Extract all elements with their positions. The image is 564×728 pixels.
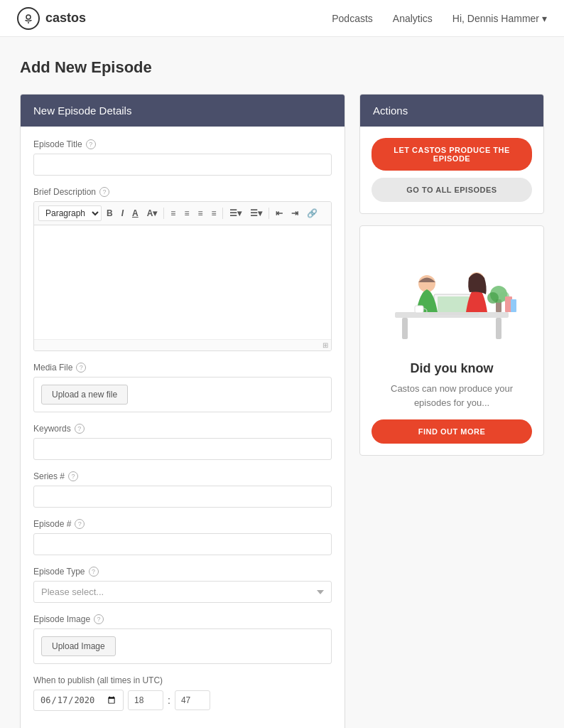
upload-image-area: Upload Image	[33, 628, 332, 664]
svg-rect-14	[415, 306, 423, 313]
episode-image-label: Episode Image ?	[33, 614, 332, 624]
actions-body: LET CASTOS PRODUCE THE EPISODE GO TO ALL…	[360, 127, 543, 213]
unordered-list-btn[interactable]: ☰▾	[226, 206, 245, 220]
episode-type-label: Episode Type ?	[33, 567, 332, 577]
episode-image-help-icon[interactable]: ?	[94, 614, 104, 624]
toolbar-sep-2	[222, 208, 223, 219]
justify-btn[interactable]: ≡	[207, 206, 219, 220]
keywords-help-icon[interactable]: ?	[75, 424, 85, 434]
keywords-group: Keywords ?	[33, 424, 332, 460]
toolbar-sep-3	[269, 208, 269, 219]
brief-description-label: Brief Description ?	[33, 187, 332, 197]
brief-description-help-icon[interactable]: ?	[99, 187, 109, 197]
brand-name: castos	[45, 11, 86, 26]
svg-rect-3	[402, 318, 408, 339]
navbar: castos Podcasts Analytics Hi, Dennis Ham…	[0, 0, 564, 37]
upload-new-file-btn[interactable]: Upload a new file	[41, 385, 128, 405]
user-menu[interactable]: Hi, Dennis Hammer ▾	[452, 13, 547, 24]
episode-number-label: Episode # ?	[33, 519, 332, 529]
episode-number-help-icon[interactable]: ?	[75, 519, 85, 529]
datetime-group: :	[33, 690, 332, 711]
series-group: Series # ?	[33, 471, 332, 508]
bold-btn[interactable]: B	[103, 206, 116, 220]
hour-input[interactable]	[128, 690, 163, 710]
resize-icon: ⊞	[322, 341, 328, 349]
paragraph-select[interactable]: Paragraph	[38, 205, 102, 221]
episode-title-label: Episode Title ?	[33, 139, 332, 149]
editor-content[interactable]	[34, 225, 331, 339]
svg-point-0	[26, 15, 31, 19]
episode-type-group: Episode Type ? Please select...	[33, 567, 332, 603]
rich-text-editor: Paragraph B I A A▾ ≡ ≡ ≡ ≡ ☰▾	[33, 201, 332, 351]
episode-title-group: Episode Title ?	[33, 139, 332, 176]
ordered-list-btn[interactable]: ☰▾	[246, 206, 266, 220]
episode-image-group: Episode Image ? Upload Image	[33, 614, 332, 664]
media-file-help-icon[interactable]: ?	[76, 363, 86, 373]
castos-produce-btn[interactable]: LET CASTOS PRODUCE THE EPISODE	[372, 138, 532, 171]
illustration	[372, 237, 532, 351]
svg-rect-4	[496, 318, 501, 339]
chevron-down-icon: ▾	[542, 13, 547, 24]
outdent-btn[interactable]: ⇤	[272, 206, 286, 220]
page-title: Add New Episode	[20, 58, 544, 77]
brand-logo[interactable]: castos	[17, 7, 86, 30]
nav-analytics[interactable]: Analytics	[393, 13, 433, 24]
align-left-btn[interactable]: ≡	[167, 206, 179, 220]
nav-podcasts[interactable]: Podcasts	[332, 13, 373, 24]
all-episodes-btn[interactable]: GO TO ALL EPISODES	[372, 178, 532, 202]
keywords-input[interactable]	[33, 438, 332, 460]
did-you-know-card: Did you know Castos can now produce your…	[359, 225, 544, 456]
color-btn[interactable]: A▾	[143, 206, 161, 220]
series-label: Series # ?	[33, 471, 332, 481]
svg-point-12	[487, 292, 499, 304]
indent-btn[interactable]: ⇥	[288, 206, 302, 220]
editor-resize-handle[interactable]: ⊞	[34, 339, 331, 350]
user-name: Hi, Dennis Hammer	[452, 13, 539, 24]
did-you-know-title: Did you know	[372, 361, 532, 376]
svg-rect-7	[438, 296, 470, 312]
upload-area: Upload a new file	[33, 377, 332, 412]
series-help-icon[interactable]: ?	[68, 471, 78, 481]
keywords-label: Keywords ?	[33, 424, 332, 434]
publish-time-label: When to publish (all times in UTC)	[33, 675, 332, 685]
upload-image-btn[interactable]: Upload Image	[41, 636, 116, 656]
editor-toolbar: Paragraph B I A A▾ ≡ ≡ ≡ ≡ ☰▾	[34, 202, 331, 225]
episode-type-help-icon[interactable]: ?	[89, 567, 99, 577]
brief-description-group: Brief Description ? Paragraph B I A A▾	[33, 187, 332, 351]
time-separator: :	[168, 695, 170, 706]
svg-rect-6	[429, 312, 479, 315]
episode-number-input[interactable]	[33, 533, 332, 555]
minute-input[interactable]	[175, 690, 210, 710]
publish-time-group: When to publish (all times in UTC) :	[33, 675, 332, 711]
episode-type-select[interactable]: Please select...	[33, 581, 332, 603]
svg-rect-16	[511, 299, 516, 312]
media-file-group: Media File ? Upload a new file	[33, 363, 332, 412]
link-btn[interactable]: 🔗	[303, 206, 321, 220]
toolbar-sep-1	[163, 208, 164, 219]
nav-links: Podcasts Analytics Hi, Dennis Hammer ▾	[332, 13, 547, 24]
episode-panel-header: New Episode Details	[21, 95, 345, 127]
episode-title-help-icon[interactable]: ?	[86, 139, 96, 149]
logo-icon	[17, 7, 40, 30]
series-input[interactable]	[33, 486, 332, 508]
underline-btn[interactable]: A	[129, 206, 142, 220]
actions-header: Actions	[360, 95, 543, 127]
did-you-know-text: Castos can now produce your episodes for…	[372, 382, 532, 410]
episode-number-group: Episode # ?	[33, 519, 332, 555]
align-right-btn[interactable]: ≡	[194, 206, 206, 220]
right-column: Actions LET CASTOS PRODUCE THE EPISODE G…	[359, 94, 544, 456]
episode-title-input[interactable]	[33, 154, 332, 176]
actions-panel: Actions LET CASTOS PRODUCE THE EPISODE G…	[359, 94, 544, 214]
episode-panel: New Episode Details Episode Title ? Brie…	[20, 94, 345, 728]
align-center-btn[interactable]: ≡	[180, 206, 192, 220]
date-input[interactable]	[33, 690, 124, 711]
italic-btn[interactable]: I	[118, 206, 127, 220]
find-out-more-btn[interactable]: FIND OUT MORE	[372, 419, 532, 444]
media-file-label: Media File ?	[33, 363, 332, 373]
